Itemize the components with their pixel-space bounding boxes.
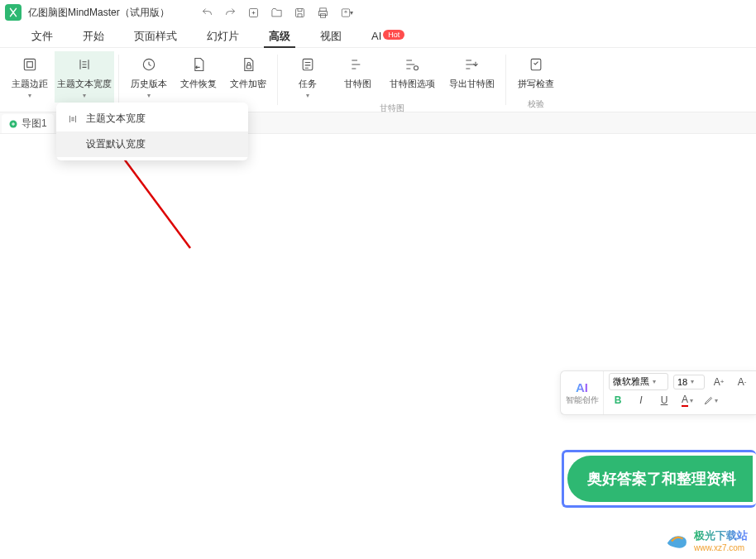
menu-ai[interactable]: AIHot — [356, 26, 419, 45]
spellcheck-icon — [526, 55, 546, 74]
redo-icon[interactable] — [224, 6, 237, 19]
floating-format-toolbar: AI 智能创作 微软雅黑▾ 18▾ A+ A- B I U A▾ ▾ — [560, 370, 756, 415]
hot-badge: Hot — [383, 30, 404, 40]
svg-rect-7 — [27, 62, 33, 68]
gantt-options-button[interactable]: 甘特图选项 — [382, 51, 442, 103]
ai-create-button[interactable]: AI 智能创作 — [561, 371, 604, 414]
app-logo — [5, 4, 22, 21]
highlight-button[interactable]: ▾ — [701, 392, 720, 408]
save-icon[interactable] — [294, 6, 307, 19]
font-size-select[interactable]: 18▾ — [673, 375, 705, 389]
gantt-options-icon — [402, 55, 422, 74]
decrease-font-button[interactable]: A- — [733, 374, 751, 390]
add-page-icon[interactable] — [247, 6, 261, 19]
dropdown-item-text-width[interactable]: 主题文本宽度 — [56, 106, 248, 131]
group-label-gantt: 甘特图 — [380, 103, 404, 114]
file-encrypt-button[interactable]: 文件加密 — [223, 51, 273, 103]
task-icon — [298, 55, 318, 74]
menu-advanced[interactable]: 高级 — [254, 26, 305, 47]
text-width-icon — [66, 112, 79, 126]
increase-font-button[interactable]: A+ — [710, 374, 728, 390]
italic-button[interactable]: I — [632, 392, 650, 408]
open-icon[interactable] — [270, 6, 284, 19]
svg-rect-1 — [296, 8, 304, 17]
svg-point-11 — [414, 66, 419, 70]
watermark-icon — [664, 528, 689, 552]
gantt-icon — [347, 55, 367, 74]
text-width-dropdown: 主题文本宽度 设置默认宽度 — [56, 103, 248, 160]
svg-rect-2 — [320, 7, 327, 11]
text-width-icon — [74, 55, 94, 74]
svg-rect-12 — [531, 59, 541, 69]
file-restore-button[interactable]: 文件恢复 — [174, 51, 223, 103]
dropdown-item-default-width[interactable]: 设置默认宽度 — [56, 131, 248, 157]
font-color-button[interactable]: A▾ — [678, 392, 696, 408]
document-tab[interactable]: 导图1 — [2, 114, 54, 133]
history-version-button[interactable]: 历史版本 ▾ — [124, 51, 174, 103]
share-icon[interactable]: ▾ — [340, 6, 353, 19]
svg-rect-6 — [24, 59, 35, 69]
topic-margin-button[interactable]: 主题边距 ▾ — [5, 51, 55, 103]
bold-button[interactable]: B — [609, 392, 627, 408]
task-button[interactable]: 任务 ▾ — [283, 51, 333, 103]
history-icon — [139, 55, 159, 74]
export-gantt-icon — [462, 55, 481, 74]
selected-topic-node[interactable]: 奥好答案了和整理资料 — [562, 450, 756, 508]
export-gantt-button[interactable]: 导出甘特图 — [442, 51, 501, 103]
watermark-url: www.xz7.com — [694, 543, 748, 552]
doc-tab-icon — [8, 119, 18, 129]
font-family-select[interactable]: 微软雅黑▾ — [609, 373, 668, 390]
watermark: 极光下载站 www.xz7.com — [664, 528, 748, 552]
menu-file[interactable]: 文件 — [17, 26, 68, 47]
file-restore-icon — [189, 55, 208, 74]
file-lock-icon — [238, 55, 258, 74]
undo-icon[interactable] — [201, 6, 214, 19]
app-title: 亿图脑图MindMaster（试用版） — [28, 6, 170, 20]
menu-view[interactable]: 视图 — [305, 26, 356, 47]
svg-rect-9 — [246, 65, 251, 69]
menu-slideshow[interactable]: 幻灯片 — [192, 26, 254, 47]
gantt-button[interactable]: 甘特图 — [333, 51, 382, 103]
menu-home[interactable]: 开始 — [68, 26, 119, 47]
underline-button[interactable]: U — [655, 392, 673, 408]
menu-page-style[interactable]: 页面样式 — [119, 26, 192, 47]
spellcheck-button[interactable]: 拼写检查 — [511, 51, 561, 93]
grid-icon — [20, 55, 40, 74]
print-icon[interactable] — [317, 6, 330, 19]
topic-text-width-button[interactable]: 主题文本宽度 ▾ — [55, 51, 114, 103]
topic-text[interactable]: 奥好答案了和整理资料 — [567, 456, 753, 502]
group-label-verify: 校验 — [528, 98, 544, 110]
watermark-title: 极光下载站 — [694, 528, 748, 543]
